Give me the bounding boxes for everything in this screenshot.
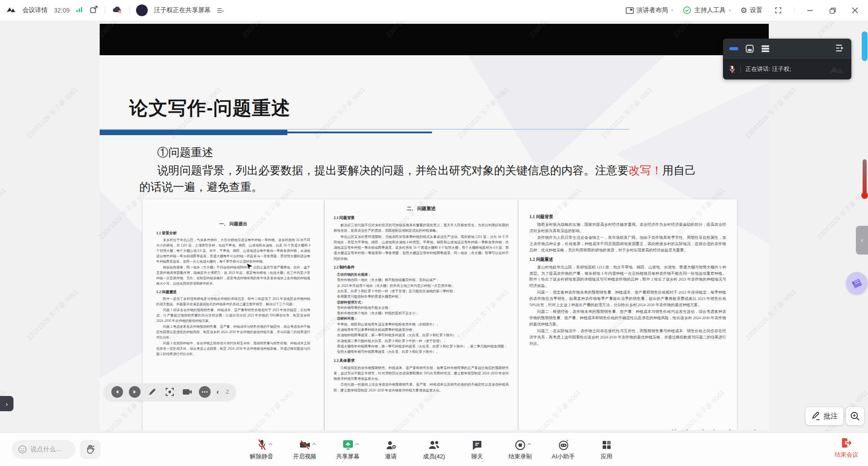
doc-block: 食用菌类只能在秋冬季的普通大棚里种植； [334,294,509,299]
meeting-details-button[interactable]: 会议详情 [22,6,48,14]
laser-pointer-button[interactable] [164,386,176,398]
maximize-button[interactable] [826,4,839,17]
doc-block: 1.2 问题重述 [529,257,726,263]
slide-section-heading: ①问题重述 [157,145,213,160]
mic-muted-icon [728,65,736,74]
document-page-2: 二、 问题重述2.1 问题背景解决好三农问题不仅对乡村经济的可持续发展具有重要的… [325,199,518,430]
right-scrollbar-thumb[interactable] [862,31,868,61]
sharing-options-icon[interactable]: ☰▾ [217,7,223,14]
share-screen-button[interactable]: 共享屏幕 [332,438,364,461]
layout-icon [626,7,634,14]
doc-block: 水浇地种植两季蔬菜，第一季可种植多种蔬菜（大白菜、白萝卜和红萝卜除外）； [334,333,509,338]
doc-block: 某乡村位于华北山区，气候条件独特，大部分耕地仅适合每年种植一季作物。该乡村拥有 … [156,237,310,264]
host-tools-button[interactable]: 主持人工具∨ [683,6,731,15]
annotate-button[interactable]: 批注 [806,407,843,425]
doc-block: 每种作物在同一地块（含大棚）都不能连续重茬种植，否则会减产； [334,277,509,283]
thumbnail-view-icon[interactable] [745,44,754,53]
doc-block: 普通大棚每年种植两季作物，第一季可种植多种蔬菜（大白菜、白萝卜和红萝卜除外），第… [334,344,509,349]
list-view-icon[interactable] [761,45,770,53]
doc-block: 1.1 背景分析 [156,231,310,236]
gear-icon: ⚙ [740,7,747,14]
start-video-button[interactable]: 开启视频 [289,438,321,461]
doc-block: 从 2023 年开始每个地块（含大棚）的所有土地三年内至少种植一次豆类作物； [334,283,509,289]
minimize-button[interactable] [803,4,817,17]
stop-record-icon [515,440,526,451]
recording-options-chevron[interactable] [527,443,531,446]
zoom-in-button[interactable] [846,407,864,425]
doc-block: 某山村地处华北山区，其耕地面积 1213 亩，包含平旱地、梯田、山坡地、水浇地、… [529,264,726,290]
slide-paragraph-red: 改写！ [629,164,662,176]
doc-block: 2.3 具体要求 [334,358,509,364]
settings-button[interactable]: ⚙ 设置 [740,6,762,14]
apps-button[interactable]: 应用 [591,438,622,461]
slide-top-black-strip [100,24,769,55]
close-button[interactable] [848,4,862,17]
title-bar: 会议详情 32:09 汪子权正在共享屏幕 ☰▾ 演讲者布局∨ 主持人工具∨ ⚙ … [0,0,868,21]
doc-block: 问题 1 假设各农作物的预期销售量、种植成本、亩产量和销售价格相对于 2023 … [156,308,310,324]
doc-block: 问题 3 在实际种植中，各农作物之间存在可替代性和互补性，预期销售量与销售价格、… [156,341,310,357]
previous-slide-button[interactable] [111,386,123,398]
video-clip-button[interactable] [181,386,193,398]
doc-block: 1.1 问题背景 [529,214,726,220]
shield-check-icon [683,6,692,15]
network-signal-icon [76,6,83,14]
doc-block: 2.2 制约条件 [334,265,509,270]
doc-block: 问题一：假定各种农作物未来的预期销售量、种植成本、亩产量和销售价格相对于 202… [529,290,726,308]
pop-out-icon[interactable] [89,5,98,16]
layout-button[interactable]: 演讲者布局∨ [626,6,674,14]
share-options-chevron[interactable] [355,443,359,446]
annotate-label: 批注 [824,412,838,421]
chat-button[interactable]: 聊天 [462,438,493,461]
doc-block: 随着乡村振兴战略的实施，国家对提高乡村经济越发重视。农业经济作为乡村经济最基础的… [529,222,726,234]
doc-block: 1.2 问题重述 [156,290,310,295]
cloud-recording-icon[interactable] [111,5,123,16]
doc-block: 问题二：根据经验，农作物未来的预期销售量、亩产量、种植成本与销售价格均会发生波动… [529,309,726,328]
fullscreen-icon [774,6,782,14]
right-red-marker [863,159,867,195]
university-logo: ✈ 北京航空航天大学 BEIHANG UNIVERSITY [642,428,769,430]
video-panel: 正在讲话: 汪子权; [723,39,851,79]
next-slide-button[interactable] [129,386,141,398]
presenter-toolbar: ‹ 2 [104,383,236,400]
doc-block: 二、 问题重述 [334,206,509,212]
notes-bubble-button[interactable] [846,272,868,295]
ai-assistant-button[interactable]: AI小助手 [548,438,579,461]
end-meeting-button[interactable]: 结束会议 [835,436,858,459]
more-tools-button[interactable] [199,386,211,398]
meeting-control-bar: 说点什么... 解除静音 开启视频 共享屏幕 [0,432,868,466]
doc-block: ①根据假定的农作物预期销售、种植成本、亩产量和销售价格，如果某种作物每季的总产量… [334,365,509,382]
slide-paragraph-main: 说明问题背景，列出必要数据，提出要解决的问题，并给出研究对象的关键信息的内容。注… [157,164,629,176]
mic-options-chevron[interactable] [269,443,273,446]
doc-block: 问题三：在实际情况中，农作物之间存在替代性与互补性，而预期销售量与种植成本、销售… [529,328,726,347]
members-button[interactable]: 成员(42) [419,438,450,461]
doc-block: 根据自然规律，同一地块（含大棚）不得连续种植相同作物，以防止重茬导致产量降低。此… [156,265,310,286]
fullscreen-button[interactable] [771,4,785,17]
collapse-toolbar-button[interactable]: ‹ [216,387,219,396]
unmute-button[interactable]: 解除静音 [246,438,278,461]
camera-off-icon [299,440,311,450]
stop-recording-button[interactable]: 结束录制 [505,438,536,461]
slide-paragraph: 说明问题背景，列出必要数据，提出要解决的问题，并给出研究对象的关键信息的内容。注… [139,162,704,195]
slide-page-number: 2 [226,389,229,395]
share-screen-icon [342,439,354,451]
shared-screen-area: 论文写作-问题重述 ①问题重述 说明问题背景，列出必要数据，提出要解决的问题，并… [0,21,868,432]
doc-block: ②在问题一的基础上综合考虑农作物预期销售量、亩产量、种植成本以及销售价格的的不确… [334,382,509,393]
right-collapse-tab[interactable]: ‹ [856,226,868,255]
presentation-slide: 论文写作-问题重述 ①问题重述 说明问题背景，列出必要数据，提出要解决的问题，并… [100,55,769,430]
doc-block: ②耕种管理方式： [334,300,509,305]
doc-block: 华北山区某乡村受环境限制，当地农民采取单季种植的模式从事农业生产活动。现有耕地 … [334,234,509,262]
slide-divider-thick [100,130,287,135]
doc-block: 每种作物在单个地块（含大棚）种植的面积不宜太小； [334,311,509,316]
doc-block: 每种作物每季的种植地不能太分散； [334,305,509,311]
active-speaker-row[interactable]: 正在讲话: 汪子权; [723,59,851,79]
invite-button[interactable]: 邀请 [375,438,407,461]
doc-block: 智慧大棚每年都可种植两季蔬菜（大白菜、白萝卜和红萝卜除外）。 [334,349,509,355]
panel-minimized-video-icon[interactable] [729,47,738,50]
collapse-panel-icon[interactable] [835,44,845,54]
video-options-chevron[interactable] [312,443,316,446]
doc-block: 解决好三农问题不仅对乡村经济的可持续发展具有重要的现实意义，更关乎人民粮食安全。… [334,223,509,234]
left-expand-tab[interactable]: › [0,396,13,411]
invite-icon [385,440,397,451]
doc-block: 水浇地每年可以单季种植水稻或两季种植蔬菜作物； [334,327,509,333]
pen-tool-button[interactable] [146,386,158,398]
